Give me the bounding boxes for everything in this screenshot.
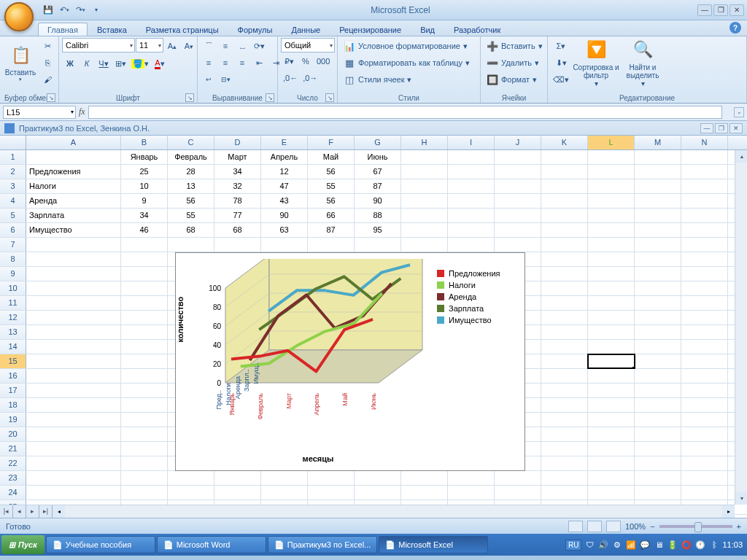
- fill-color-button[interactable]: 🪣▾: [129, 55, 151, 71]
- font-dialog-launcher[interactable]: ↘: [185, 93, 194, 102]
- col-header-M[interactable]: M: [635, 136, 681, 149]
- view-normal-button[interactable]: [568, 521, 583, 532]
- cell-I4[interactable]: [448, 194, 495, 208]
- cell-B2[interactable]: 25: [121, 165, 168, 179]
- cell-L9[interactable]: [588, 267, 635, 281]
- cell-E3[interactable]: 47: [261, 179, 308, 193]
- cell-M20[interactable]: [635, 427, 681, 441]
- font-name-combo[interactable]: Calibri: [62, 38, 135, 52]
- cell-D1[interactable]: Март: [214, 150, 261, 164]
- row-header-8[interactable]: 8: [0, 252, 26, 266]
- cell-N21[interactable]: [681, 442, 728, 456]
- taskbar-button[interactable]: 📄Учебные пособия: [46, 536, 155, 553]
- vertical-scrollbar[interactable]: [735, 150, 747, 505]
- taskbar-button[interactable]: 📄Microsoft Excel: [379, 536, 488, 553]
- align-center-button[interactable]: ≡: [217, 55, 233, 71]
- cell-N22[interactable]: [681, 456, 728, 470]
- cell-N20[interactable]: [681, 427, 728, 441]
- row-header-23[interactable]: 23: [0, 471, 26, 485]
- cell-L8[interactable]: [588, 252, 635, 266]
- cell-F5[interactable]: 66: [308, 209, 355, 222]
- cell-N4[interactable]: [681, 194, 728, 208]
- cell-M3[interactable]: [635, 179, 681, 193]
- row-header-13[interactable]: 13: [0, 325, 26, 339]
- cell-E7[interactable]: [261, 238, 308, 252]
- cell-L6[interactable]: [588, 223, 635, 237]
- cell-M23[interactable]: [635, 471, 681, 485]
- cell-K10[interactable]: [541, 281, 588, 295]
- currency-button[interactable]: ₽▾: [281, 53, 297, 69]
- zoom-level[interactable]: 100%: [625, 522, 646, 531]
- close-button[interactable]: ✕: [729, 4, 744, 16]
- cell-D6[interactable]: 68: [214, 223, 261, 237]
- cell-A11[interactable]: [26, 296, 121, 310]
- cell-A10[interactable]: [26, 281, 121, 295]
- cell-M11[interactable]: [635, 296, 681, 310]
- cell-A21[interactable]: [26, 442, 121, 456]
- row-header-21[interactable]: 21: [0, 442, 26, 456]
- tray-icon[interactable]: 🖥: [653, 539, 665, 551]
- cell-styles-button[interactable]: ◫Стили ячеек▾: [341, 71, 414, 88]
- col-header-C[interactable]: C: [168, 136, 214, 149]
- cell-A19[interactable]: [26, 413, 121, 427]
- cell-G23[interactable]: [355, 471, 401, 485]
- cell-B24[interactable]: [121, 486, 168, 499]
- cell-A2[interactable]: Предложения: [26, 165, 121, 179]
- cell-K14[interactable]: [541, 340, 588, 354]
- col-header-B[interactable]: B: [121, 136, 168, 149]
- border-button[interactable]: ⊞▾: [112, 55, 128, 71]
- cell-G4[interactable]: 90: [355, 194, 401, 208]
- format-painter-button[interactable]: 🖌: [39, 71, 55, 88]
- cell-M24[interactable]: [635, 486, 681, 499]
- cell-M6[interactable]: [635, 223, 681, 237]
- taskbar-button[interactable]: 📄Практикум3 по Excel...: [268, 536, 378, 553]
- col-header-K[interactable]: K: [541, 136, 588, 149]
- cell-L13[interactable]: [588, 325, 635, 339]
- cell-A4[interactable]: Аренда: [26, 194, 121, 208]
- col-header-G[interactable]: G: [355, 136, 401, 149]
- cell-B8[interactable]: [121, 252, 168, 266]
- cell-H6[interactable]: [401, 223, 448, 237]
- underline-button[interactable]: Ч▾: [96, 55, 112, 71]
- cell-L10[interactable]: [588, 281, 635, 295]
- cell-N18[interactable]: [681, 398, 728, 412]
- col-header-A[interactable]: A: [26, 136, 121, 149]
- cell-K4[interactable]: [541, 194, 588, 208]
- row-header-3[interactable]: 3: [0, 179, 26, 193]
- tray-icon[interactable]: 🔊: [597, 539, 609, 551]
- cell-N14[interactable]: [681, 340, 728, 354]
- merge-button[interactable]: ⊟▾: [217, 71, 233, 88]
- cell-N19[interactable]: [681, 413, 728, 427]
- row-header-4[interactable]: 4: [0, 194, 26, 208]
- row-header-2[interactable]: 2: [0, 165, 26, 179]
- cell-K23[interactable]: [541, 471, 588, 485]
- cell-B4[interactable]: 9: [121, 194, 168, 208]
- cell-M19[interactable]: [635, 413, 681, 427]
- cell-K16[interactable]: [541, 369, 588, 383]
- comma-button[interactable]: 000: [314, 53, 332, 69]
- cell-A8[interactable]: [26, 252, 121, 266]
- find-select-button[interactable]: 🔍 Найти и выделить▾: [621, 38, 665, 88]
- row-header-18[interactable]: 18: [0, 398, 26, 412]
- cell-F4[interactable]: 56: [308, 194, 355, 208]
- cell-L3[interactable]: [588, 179, 635, 193]
- cell-E23[interactable]: [261, 471, 308, 485]
- bold-button[interactable]: Ж: [62, 55, 78, 71]
- cell-B23[interactable]: [121, 471, 168, 485]
- cell-J1[interactable]: [495, 150, 541, 164]
- cell-A16[interactable]: [26, 369, 121, 383]
- cell-K15[interactable]: [541, 354, 588, 368]
- col-header-D[interactable]: D: [214, 136, 261, 149]
- cell-J3[interactable]: [495, 179, 541, 193]
- cell-F7[interactable]: [308, 238, 355, 252]
- cell-J7[interactable]: [495, 238, 541, 252]
- cell-B16[interactable]: [121, 369, 168, 383]
- cell-D3[interactable]: 32: [214, 179, 261, 193]
- font-size-combo[interactable]: 11: [136, 38, 163, 52]
- cell-B19[interactable]: [121, 413, 168, 427]
- align-left-button[interactable]: ≡: [201, 55, 217, 71]
- cell-H24[interactable]: [401, 486, 448, 499]
- cell-B6[interactable]: 46: [121, 223, 168, 237]
- cell-L5[interactable]: [588, 209, 635, 222]
- cell-E1[interactable]: Апрель: [261, 150, 308, 164]
